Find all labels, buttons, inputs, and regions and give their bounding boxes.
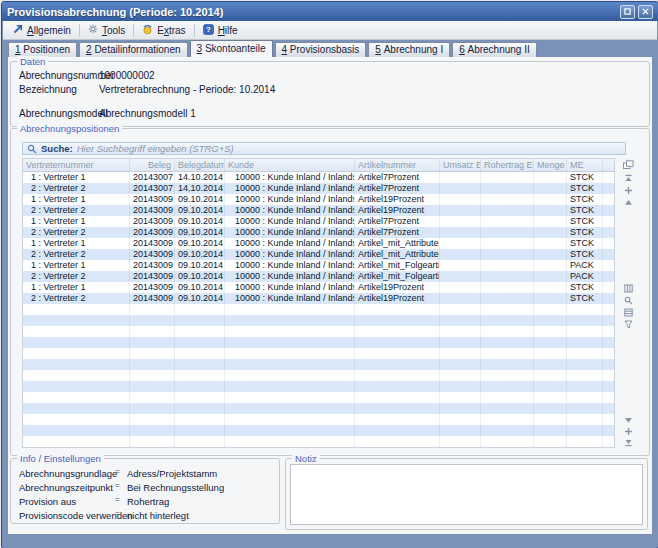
table-row[interactable]: 1 : Vertreter 12014300714.10.2014 /Di100… [23,172,614,183]
scroll-up-button[interactable] [622,197,634,208]
cell: STCK [567,216,603,227]
jump-first-button[interactable] [622,173,634,184]
cell [481,403,534,414]
cell [567,348,603,359]
search-table-button[interactable] [622,295,634,306]
add-top-button[interactable] [622,185,634,196]
cell [534,194,567,205]
tab-skontoanteile[interactable]: 3 Skontoanteile [190,40,273,57]
notiz-textarea[interactable] [290,464,643,525]
cell [130,403,175,414]
table-row[interactable]: 2 : Vertreter 22014300909.10.2014 /Do100… [23,271,614,282]
toolbar-button-label: Allgemein [27,25,71,36]
restore-button[interactable] [620,5,635,19]
cell [175,348,225,359]
table-empty-row [23,370,614,381]
cell [534,337,567,348]
cell [481,326,534,337]
column-header-vertreternummer[interactable]: Vertreternummer [23,159,130,171]
cell [440,315,481,326]
cell: 14.10.2014 /Di [175,183,225,194]
column-header-kunde[interactable]: Kunde [225,159,355,171]
close-icon [642,8,649,15]
kunde-number: 10000 [228,227,260,238]
equals-bullet-icon: = [115,495,120,504]
cell [225,425,355,436]
toolbar-button-allgemein[interactable]: Allgemein [7,23,77,37]
cell [355,403,440,414]
cell [440,260,481,271]
cell [23,381,130,392]
table-row[interactable]: 2 : Vertreter 22014300909.10.2014 /Do100… [23,249,614,260]
tab-abrechnung-i[interactable]: 5 Abrechnung I [368,42,450,57]
scroll-down-button[interactable] [622,415,634,426]
add-bottom-button[interactable] [622,426,634,437]
notiz-group-label: Notiz [292,453,320,464]
cell: PACK [567,260,603,271]
table-row[interactable]: 1 : Vertreter 12014300909.10.2014 /Do100… [23,238,614,249]
kunde-number: 10000 [228,260,260,271]
cell [481,392,534,403]
filter-button[interactable] [622,319,634,330]
close-button[interactable] [638,5,653,19]
toolbar-button-tools[interactable]: Tools [82,23,131,37]
column-header-artikelnummer[interactable]: Artikelnummer [355,159,440,171]
cell [440,194,481,205]
table-row[interactable]: 2 : Vertreter 22014300909.10.2014 /Do100… [23,293,614,304]
column-header-me[interactable]: ME [567,159,603,171]
cell: 1 : Vertreter 1 [23,282,130,293]
table-row[interactable]: 2 : Vertreter 22014300714.10.2014 /Di100… [23,183,614,194]
cell [603,227,614,238]
cell: STCK [567,205,603,216]
cell: 2 : Vertreter 2 [23,271,130,282]
column-chooser-button[interactable] [622,159,634,170]
cell [225,337,355,348]
column-header-rohertrag-eur[interactable]: Rohertrag EUR [481,159,534,171]
field-value: 1000000002 [99,70,155,81]
cell: 1 : Vertreter 1 [23,172,130,183]
table-empty-row [23,403,614,414]
table-row[interactable]: 1 : Vertreter 12014300909.10.2014 /Do100… [23,194,614,205]
table-row[interactable]: 2 : Vertreter 22014300909.10.2014 /Do100… [23,227,614,238]
tab-positionen[interactable]: 1 Positionen [8,42,77,57]
toolbar-button-label: Hilfe [218,25,238,36]
tab-detailinformationen[interactable]: 2 Detailinformationen [79,42,188,57]
table-row[interactable]: 1 : Vertreter 12014300909.10.2014 /Do100… [23,282,614,293]
table-row[interactable]: 1 : Vertreter 12014300909.10.2014 /Do100… [23,260,614,271]
cell [355,326,440,337]
cell [440,337,481,348]
cell: 20143009 [130,249,175,260]
info-groupbox: Info / Einstellungen Abrechnungsgrundlag… [10,458,280,524]
daten-field-row: AbrechnungsmodellAbrechnungsmodell 1 [11,108,649,120]
cell [481,370,534,381]
tab-provisionsbasis[interactable]: 4 Provisionsbasis [275,42,367,57]
toolbar-button-extras[interactable]: Extras [136,23,191,38]
column-options-button[interactable] [622,283,634,294]
positions-table[interactable]: VertreternummerBelegBelegdatumKundeArtik… [22,158,615,448]
search-input[interactable] [77,143,621,154]
table-row[interactable]: 1 : Vertreter 12014300909.10.2014 /Do100… [23,216,614,227]
cell [440,326,481,337]
cell: 10000 : Kunde Inland / Inlandsort [225,282,355,293]
daten-field-row: BezeichnungVertreterabrechnung - Periode… [11,84,649,96]
table-empty-row [23,425,614,436]
table-row[interactable]: 2 : Vertreter 22014300909.10.2014 /Do100… [23,205,614,216]
jump-last-button[interactable] [622,437,634,448]
cell [175,326,225,337]
cell [534,370,567,381]
column-header-umsatz-eur[interactable]: Umsatz EUR [440,159,481,171]
toolbar-button-hilfe[interactable]: ?Hilfe [197,23,244,38]
cell: 09.10.2014 /Do [175,238,225,249]
cell [603,304,614,315]
column-header-actions[interactable] [603,159,614,171]
cell: Artikel_mit_Attributen [355,249,440,260]
list-view-button[interactable] [622,307,634,318]
cell [225,315,355,326]
cell [355,359,440,370]
cell: 10000 : Kunde Inland / Inlandsort [225,172,355,183]
column-header-menge[interactable]: Menge [534,159,567,171]
cell [130,381,175,392]
column-header-belegdatum[interactable]: Belegdatum [175,159,225,171]
column-header-beleg[interactable]: Beleg [130,159,175,171]
tab-abrechnung-ii[interactable]: 6 Abrechnung II [452,42,537,57]
